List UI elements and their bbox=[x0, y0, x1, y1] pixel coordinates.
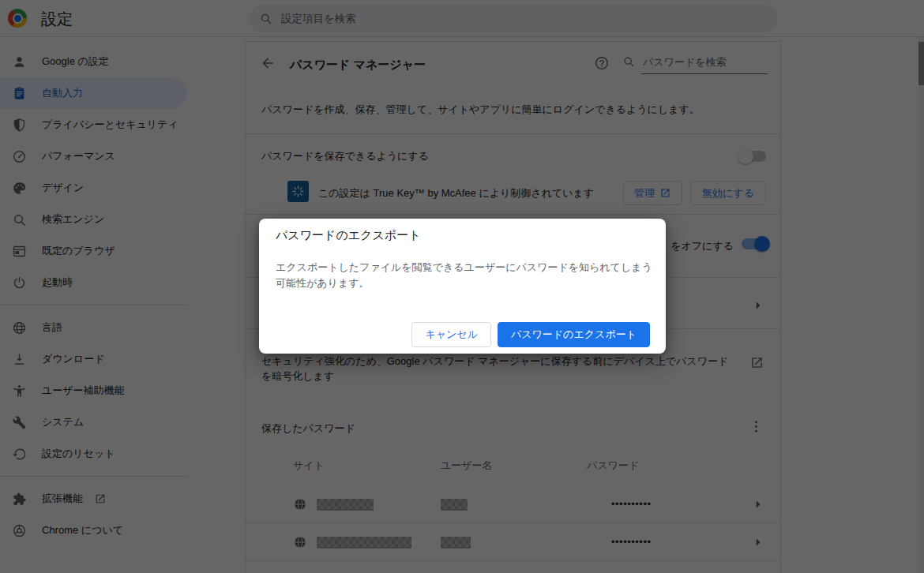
dialog-body: エクスポートしたファイルを閲覧できるユーザーにパスワードを知られてしまう可能性が… bbox=[276, 260, 653, 290]
cancel-button[interactable]: キャンセル bbox=[411, 322, 491, 347]
dialog-actions: キャンセル パスワードのエクスポート bbox=[411, 322, 650, 347]
export-passwords-dialog: パスワードのエクスポート エクスポートしたファイルを閲覧できるユーザーにパスワー… bbox=[259, 219, 666, 354]
dialog-title: パスワードのエクスポート bbox=[276, 228, 421, 243]
export-confirm-button[interactable]: パスワードのエクスポート bbox=[498, 322, 650, 347]
